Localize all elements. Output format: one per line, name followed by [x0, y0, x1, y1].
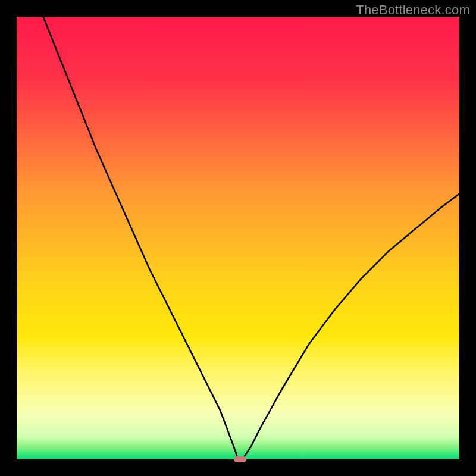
chart-container: TheBottleneck.com — [0, 0, 476, 476]
bottleneck-curve — [17, 17, 459, 459]
plot-area — [17, 17, 459, 459]
watermark-text: TheBottleneck.com — [356, 2, 470, 18]
result-marker — [234, 456, 246, 462]
